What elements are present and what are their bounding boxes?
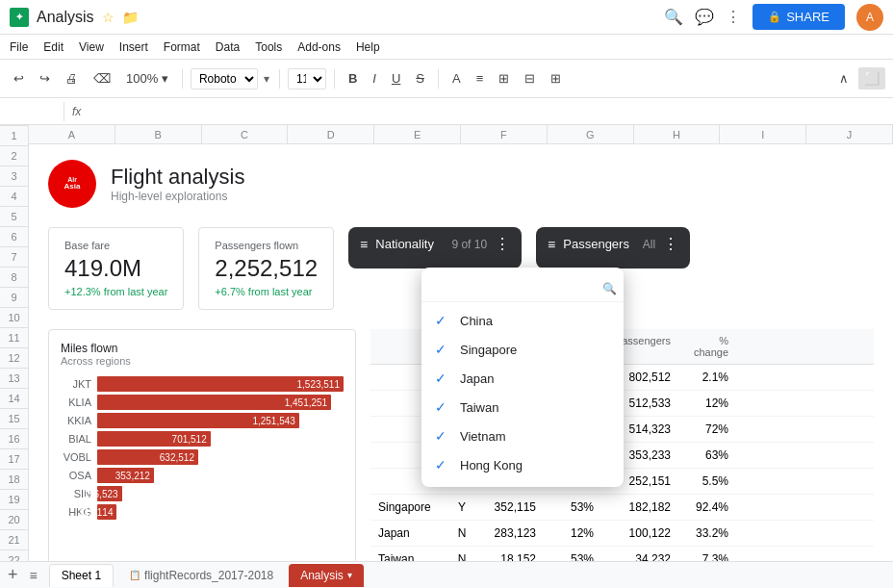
formula-input[interactable] <box>89 105 885 118</box>
passengers-filter-more[interactable]: ⋮ <box>663 235 678 253</box>
row-num-14: 14 <box>0 389 28 409</box>
title-bar-right: 🔍 💬 ⋮ 🔒 SHARE A <box>664 4 883 31</box>
tabs-bar: + ≡ Sheet 1 📋 flightRecords_2017-2018 An… <box>0 561 893 588</box>
menu-help[interactable]: Help <box>356 40 380 54</box>
row-num-17: 17 <box>0 449 28 470</box>
menu-insert[interactable]: Insert <box>119 40 148 54</box>
borders-button[interactable]: ⊟ <box>519 67 541 89</box>
bold-button[interactable]: B <box>343 67 363 89</box>
folder-icon[interactable]: 📁 <box>122 10 139 25</box>
menu-edit[interactable]: Edit <box>43 40 64 54</box>
dropdown-option[interactable]: ✓ Vietnam <box>421 422 624 450</box>
more-formats-button[interactable]: ⊞ <box>493 67 515 89</box>
col-header-i[interactable]: I <box>720 125 806 143</box>
dropdown-search-input[interactable] <box>433 281 595 295</box>
expand-button[interactable]: ⬜ <box>858 67 885 89</box>
passengers-flown-label: Passengers flown <box>215 240 318 251</box>
cell-passengers-pct: 7.3% <box>678 550 736 561</box>
dropdown-option[interactable]: ✓ Singapore <box>421 335 624 364</box>
tab-analysis[interactable]: Analysis ▾ <box>289 564 364 587</box>
row-num-12: 12 <box>0 348 28 369</box>
nationality-filter[interactable]: ≡ Nationality 9 of 10 ⋮ <box>348 227 522 268</box>
undo-button[interactable]: ↩ <box>8 67 30 89</box>
tab-sheet1-label: Sheet 1 <box>62 569 101 582</box>
row-num-3: 3 <box>0 166 28 187</box>
dropdown-option[interactable]: ✓ Hong Kong <box>421 450 624 479</box>
redo-button[interactable]: ↪ <box>34 67 56 89</box>
font-size-select[interactable]: 11 <box>288 68 326 89</box>
paint-format-button[interactable]: ⌫ <box>88 67 116 89</box>
italic-button[interactable]: I <box>367 67 382 89</box>
underline-button[interactable]: U <box>386 67 406 89</box>
bar: 156,523 <box>97 486 122 501</box>
title-bar-left: ✦ Analysis ☆ 📁 <box>10 8 664 27</box>
passengers-filter-icon: ≡ <box>548 237 555 252</box>
chat-icon[interactable]: 💬 <box>695 8 714 26</box>
align-button[interactable]: ≡ <box>471 67 490 89</box>
col-header-g[interactable]: G <box>548 125 634 143</box>
tab-analysis-arrow[interactable]: ▾ <box>347 570 352 580</box>
tab-flight-records[interactable]: 📋 flightRecords_2017-2018 <box>117 564 285 587</box>
tab-flight-records-label: flightRecords_2017-2018 <box>144 569 273 582</box>
sheets-menu-icon[interactable]: ≡ <box>30 568 38 583</box>
dropdown-option[interactable]: ✓ Japan <box>421 364 624 393</box>
col-header-h[interactable]: H <box>634 125 721 143</box>
col-header-d[interactable]: D <box>288 125 374 143</box>
bar-container: 1,523,511 <box>97 376 344 392</box>
cell-pct: 12% <box>544 524 601 542</box>
menu-data[interactable]: Data <box>216 40 240 54</box>
dropdown-option[interactable]: ✓ Taiwan <box>421 393 624 422</box>
col-header-j[interactable]: J <box>806 125 893 143</box>
strikethrough-button[interactable]: S <box>410 67 430 89</box>
cell-num: 18,152 <box>476 550 544 561</box>
avatar[interactable]: A <box>856 4 883 31</box>
dropdown-option[interactable]: ✓ China <box>421 306 624 335</box>
formula-divider <box>64 102 64 121</box>
menu-tools[interactable]: Tools <box>255 40 282 54</box>
cell-passengers-pct: 12% <box>678 395 736 412</box>
menu-view[interactable]: View <box>79 40 104 54</box>
share-button[interactable]: 🔒 SHARE <box>753 4 845 30</box>
add-sheet-button[interactable]: + <box>8 565 18 585</box>
base-fare-label: Base fare <box>64 240 167 251</box>
tab-sheet1[interactable]: Sheet 1 <box>49 564 114 587</box>
tab-flight-records-icon: 📋 <box>129 570 140 580</box>
menu-file[interactable]: File <box>10 40 28 54</box>
bar-container: 632,512 <box>97 449 344 465</box>
base-fare-card: Base fare 419.0M +12.3% from last year <box>48 227 184 310</box>
row-num-18: 18 <box>0 470 28 490</box>
lock-icon: 🔒 <box>768 11 781 23</box>
zoom-button[interactable]: 100% ▾ <box>120 67 174 89</box>
cell-passengers: 34,232 <box>601 550 678 561</box>
col-header-e[interactable]: E <box>374 125 461 143</box>
document-title[interactable]: Analysis <box>37 9 94 26</box>
toolbar: ↩ ↪ 🖨 ⌫ 100% ▾ Roboto ▾ 11 B I U S A ≡ ⊞… <box>0 60 893 98</box>
col-header-c[interactable]: C <box>202 125 289 143</box>
merge-button[interactable]: ⊞ <box>545 67 567 89</box>
star-icon[interactable]: ☆ <box>102 10 115 25</box>
bar-value: 632,512 <box>160 452 194 463</box>
bar-container: 353,212 <box>97 468 344 483</box>
miles-chart-title: Miles flown <box>61 342 344 355</box>
col-header-f[interactable]: F <box>461 125 548 143</box>
nationality-dropdown[interactable]: 🔍 ✓ China ✓ Singapore ✓ Japan ✓ Taiwan ✓… <box>421 268 624 487</box>
nationality-filter-more[interactable]: ⋮ <box>495 235 510 253</box>
miles-chart-card: Miles flown Across regions JKT 1,523,511… <box>48 329 356 561</box>
text-color-button[interactable]: A <box>446 67 467 89</box>
separator <box>182 69 183 89</box>
font-family-select[interactable]: Roboto <box>191 68 258 89</box>
row-num-19: 19 <box>0 490 28 510</box>
search-icon[interactable]: 🔍 <box>664 8 683 26</box>
bar-row: HKG 125,114 <box>61 504 344 520</box>
row-numbers: 1 2 3 4 5 6 7 8 9 10 11 12 13 14 15 16 1… <box>0 126 29 588</box>
check-icon: ✓ <box>435 457 450 473</box>
menu-addons[interactable]: Add-ons <box>297 40 341 54</box>
col-header-b[interactable]: B <box>115 125 202 143</box>
print-button[interactable]: 🖨 <box>60 67 84 89</box>
menu-format[interactable]: Format <box>164 40 200 54</box>
col-header-a[interactable]: A <box>29 125 115 143</box>
more-icon[interactable]: ⋮ <box>726 8 741 26</box>
passengers-filter[interactable]: ≡ Passengers All ⋮ <box>536 227 690 268</box>
collapse-button[interactable]: ∧ <box>833 67 855 89</box>
bar-label: KKIA <box>61 415 91 426</box>
